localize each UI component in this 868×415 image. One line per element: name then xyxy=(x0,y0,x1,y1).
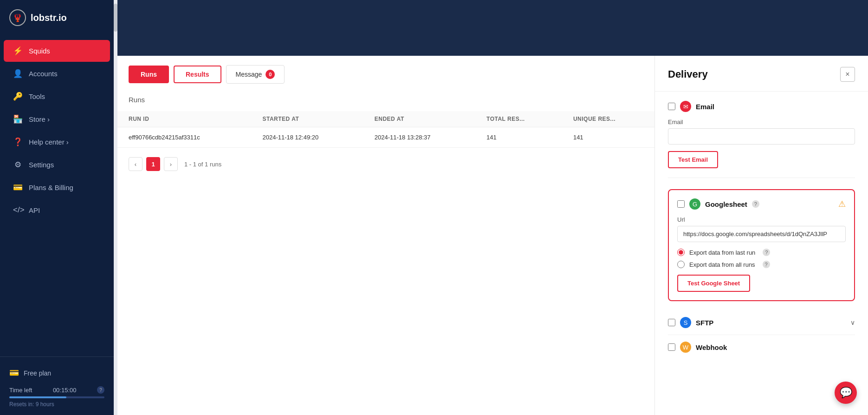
col-run-id: RUN ID xyxy=(117,111,252,127)
sidebar-item-label: Squids xyxy=(29,47,50,55)
tools-icon: 🔑 xyxy=(13,92,22,101)
sidebar-item-label: Plans & Billing xyxy=(29,184,73,191)
pagination: ‹ 1 › 1 - 1 of 1 runs xyxy=(117,148,654,180)
delivery-title: Delivery xyxy=(668,68,708,80)
export-last-run-label: Export data from last run xyxy=(689,249,755,256)
runs-tab[interactable]: Runs xyxy=(129,66,169,83)
gs-url-label: Url xyxy=(677,216,846,223)
export-all-runs-label: Export data from all runs xyxy=(689,261,755,268)
current-page[interactable]: 1 xyxy=(146,157,160,171)
app-logo[interactable]: 🦞 lobstr.io xyxy=(0,0,114,35)
scrollbar-thumb[interactable] xyxy=(114,4,117,32)
sidebar-item-label: API xyxy=(29,206,40,214)
scrollbar-track[interactable] xyxy=(114,0,117,415)
email-checkbox[interactable] xyxy=(668,103,675,110)
sidebar-item-settings[interactable]: ⚙ Settings xyxy=(4,154,110,176)
table-row[interactable]: eff90766cdb24215af3311c 2024-11-18 12:49… xyxy=(117,127,654,148)
googlesheet-section: G Googlesheet ? ⚠ Url Export data from l… xyxy=(668,189,855,301)
sftp-label: SFTP xyxy=(696,319,713,327)
sidebar-item-label: Help center › xyxy=(29,138,69,146)
close-delivery-button[interactable]: × xyxy=(840,67,855,82)
test-email-button[interactable]: Test Email xyxy=(668,151,718,168)
time-progress-bar xyxy=(9,396,104,398)
gs-help-icon[interactable]: ? xyxy=(752,200,759,208)
col-total-res: TOTAL RES... xyxy=(475,111,562,127)
sidebar-item-tools[interactable]: 🔑 Tools xyxy=(4,86,110,107)
email-input[interactable] xyxy=(668,128,855,145)
gs-warning-icon: ⚠ xyxy=(838,199,846,209)
runs-section-title: Runs xyxy=(117,91,654,111)
col-ended-at: ENDED AT xyxy=(363,111,475,127)
delivery-body: ✉ Email Email Test Email G Googlesheet ?… xyxy=(655,92,868,369)
tabs-bar: Runs Results Message 0 xyxy=(117,56,654,91)
test-google-sheet-button[interactable]: Test Google Sheet xyxy=(677,275,750,292)
export-all-runs-help-icon[interactable]: ? xyxy=(763,261,770,268)
export-last-run-option[interactable]: Export data from last run ? xyxy=(677,249,846,256)
webhook-section[interactable]: W Webhook xyxy=(668,335,855,359)
plan-icon: 💳 xyxy=(9,368,19,378)
sidebar-item-label: Settings xyxy=(29,161,54,169)
main-content: Runs Results Message 0 Runs RUN ID START… xyxy=(117,0,868,415)
cell-started-at: 2024-11-18 12:49:20 xyxy=(252,127,363,148)
billing-icon: 💳 xyxy=(13,183,22,192)
sidebar-item-squids[interactable]: ⚡ Squids xyxy=(4,40,110,62)
plan-info[interactable]: 💳 Free plan xyxy=(9,364,104,382)
export-options: Export data from last run ? Export data … xyxy=(677,249,846,268)
cell-total-res: 141 xyxy=(475,127,562,148)
webhook-label: Webhook xyxy=(696,343,727,351)
accounts-icon: 👤 xyxy=(13,69,22,79)
sidebar: 🦞 lobstr.io ⚡ Squids 👤 Accounts 🔑 Tools … xyxy=(0,0,114,415)
help-icon: ❓ xyxy=(13,137,22,147)
sidebar-item-store[interactable]: 🏪 Store › xyxy=(4,108,110,130)
chat-bubble-button[interactable]: 💬 xyxy=(835,382,857,404)
col-started-at: STARTED AT xyxy=(252,111,363,127)
message-label: Message xyxy=(236,71,262,78)
next-page-button[interactable]: › xyxy=(164,157,178,171)
time-left-value: 00:15:00 xyxy=(53,387,77,394)
export-all-runs-radio[interactable] xyxy=(677,261,685,268)
sftp-left: S SFTP xyxy=(668,317,713,328)
email-icon: ✉ xyxy=(680,101,691,112)
resets-label: Resets in: 9 hours xyxy=(9,401,104,408)
cell-ended-at: 2024-11-18 13:28:37 xyxy=(363,127,475,148)
results-tab[interactable]: Results xyxy=(174,66,221,83)
plan-label: Free plan xyxy=(24,369,51,377)
sidebar-item-help-center[interactable]: ❓ Help center › xyxy=(4,131,110,153)
sftp-chevron-icon: ∨ xyxy=(850,319,855,326)
top-banner xyxy=(117,0,868,56)
sftp-icon: S xyxy=(680,317,691,328)
api-icon: </> xyxy=(13,205,22,215)
gs-icon: G xyxy=(689,198,700,210)
time-progress-fill xyxy=(9,396,66,398)
email-section-header: ✉ Email xyxy=(668,101,855,112)
export-all-runs-option[interactable]: Export data from all runs ? xyxy=(677,261,846,268)
app-name: lobstr.io xyxy=(31,13,67,23)
message-badge: 0 xyxy=(266,70,275,79)
prev-page-button[interactable]: ‹ xyxy=(129,157,143,171)
export-last-run-help-icon[interactable]: ? xyxy=(763,249,770,256)
gs-section-header: G Googlesheet ? ⚠ xyxy=(677,198,846,210)
sidebar-item-label: Tools xyxy=(29,92,45,100)
sidebar-item-plans-billing[interactable]: 💳 Plans & Billing xyxy=(4,177,110,198)
sidebar-item-api[interactable]: </> API xyxy=(4,199,110,221)
gs-url-input[interactable] xyxy=(677,226,846,242)
sidebar-item-accounts[interactable]: 👤 Accounts xyxy=(4,63,110,85)
sftp-checkbox[interactable] xyxy=(668,319,675,326)
time-left-label: Time left xyxy=(9,387,32,394)
gs-checkbox[interactable] xyxy=(677,200,685,208)
store-icon: 🏪 xyxy=(13,114,22,124)
sidebar-nav: ⚡ Squids 👤 Accounts 🔑 Tools 🏪 Store › ❓ … xyxy=(0,35,114,356)
webhook-checkbox[interactable] xyxy=(668,343,675,351)
body-area: Runs Results Message 0 Runs RUN ID START… xyxy=(117,56,868,415)
webhook-left: W Webhook xyxy=(668,342,727,353)
gs-section-label: Googlesheet xyxy=(705,200,747,208)
squids-icon: ⚡ xyxy=(13,46,22,56)
logo-icon: 🦞 xyxy=(9,9,26,26)
cell-run-id: eff90766cdb24215af3311c xyxy=(117,127,252,148)
export-last-run-radio[interactable] xyxy=(677,249,685,256)
time-info-icon: ? xyxy=(97,386,104,394)
table-header: RUN ID STARTED AT ENDED AT TOTAL RES... … xyxy=(117,111,654,127)
sftp-section[interactable]: S SFTP ∨ xyxy=(668,310,855,335)
email-field-label: Email xyxy=(668,119,855,125)
message-button[interactable]: Message 0 xyxy=(226,65,285,84)
